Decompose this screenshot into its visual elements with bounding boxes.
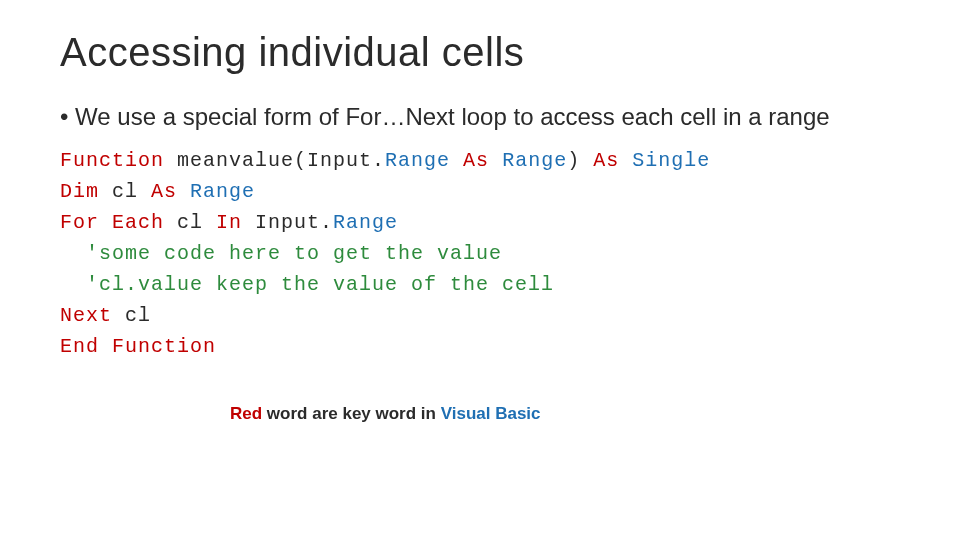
comment: 'cl.value keep the value of the cell (86, 273, 554, 296)
code-line-2: Dim cl As Range (60, 176, 900, 207)
footnote-blue: Visual Basic (441, 404, 541, 423)
type: Range (333, 211, 398, 234)
keyword: Next (60, 304, 112, 327)
code-text (60, 273, 86, 296)
code-text: cl (112, 304, 151, 327)
footnote-red: Red (230, 404, 262, 423)
keyword: As (151, 180, 177, 203)
type: Range (385, 149, 450, 172)
type: Single (632, 149, 710, 172)
code-line-4: 'some code here to get the value (60, 238, 900, 269)
keyword: End Function (60, 335, 216, 358)
code-text (60, 242, 86, 265)
keyword: As (593, 149, 619, 172)
code-text (619, 149, 632, 172)
code-text: meanvalue(Input. (164, 149, 385, 172)
keyword: Dim (60, 180, 99, 203)
keyword: In (216, 211, 242, 234)
slide-title: Accessing individual cells (60, 30, 900, 75)
code-text (177, 180, 190, 203)
code-line-7: End Function (60, 331, 900, 362)
code-text: cl (99, 180, 151, 203)
keyword: Function (60, 149, 164, 172)
type: Range (190, 180, 255, 203)
keyword: As (463, 149, 489, 172)
comment: 'some code here to get the value (86, 242, 502, 265)
code-line-6: Next cl (60, 300, 900, 331)
type: Range (502, 149, 567, 172)
code-text (489, 149, 502, 172)
code-text: Input. (242, 211, 333, 234)
code-line-1: Function meanvalue(Input.Range As Range)… (60, 145, 900, 176)
code-block: Function meanvalue(Input.Range As Range)… (60, 145, 900, 362)
slide: Accessing individual cells We use a spec… (0, 0, 960, 540)
code-line-5: 'cl.value keep the value of the cell (60, 269, 900, 300)
code-text (450, 149, 463, 172)
keyword: For Each (60, 211, 164, 234)
bullet-text: We use a special form of For…Next loop t… (60, 103, 900, 131)
code-text: cl (164, 211, 216, 234)
code-text: ) (567, 149, 593, 172)
footnote-text: word are key word in (262, 404, 441, 423)
footnote: Red word are key word in Visual Basic (230, 404, 900, 424)
code-line-3: For Each cl In Input.Range (60, 207, 900, 238)
